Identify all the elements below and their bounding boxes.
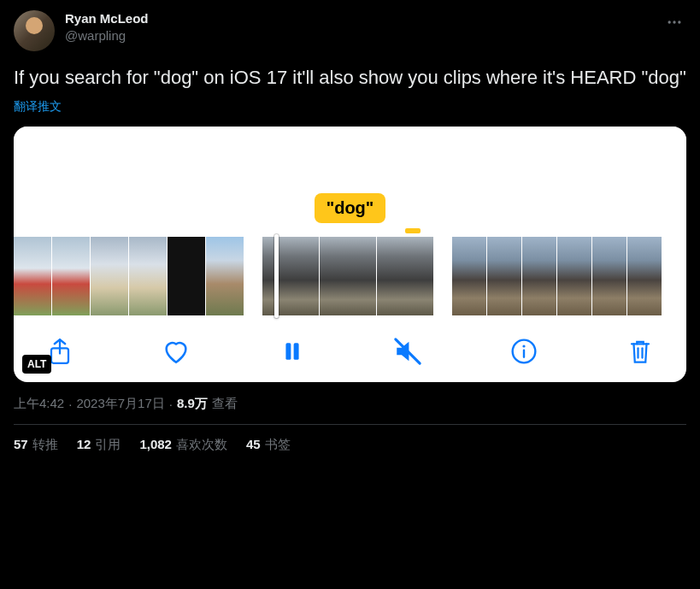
clip-thumbnail <box>377 237 433 315</box>
media-padding <box>14 127 686 193</box>
tweet-time[interactable]: 上午4:42 <box>14 396 64 412</box>
clip-thumbnail <box>168 237 205 315</box>
tweet-date[interactable]: 2023年7月17日 <box>76 396 164 412</box>
user-name-block[interactable]: Ryan McLeod @warpling <box>65 10 149 44</box>
pause-icon[interactable] <box>275 334 309 368</box>
avatar[interactable] <box>14 10 55 51</box>
clip-thumbnail <box>129 237 167 315</box>
tweet-meta: 上午4:42 · 2023年7月17日 · 8.9万 查看 <box>14 396 686 412</box>
divider <box>14 424 686 425</box>
clip-thumbnail <box>487 237 521 315</box>
tweet-text: If you search for "dog" on iOS 17 it'll … <box>14 65 686 91</box>
quotes-stat[interactable]: 12 引用 <box>77 437 121 453</box>
quotes-count: 12 <box>77 437 91 453</box>
clip-thumbnail <box>452 237 486 315</box>
clip-thumbnail <box>592 237 626 315</box>
dot: · <box>68 397 72 411</box>
info-icon[interactable] <box>507 334 541 368</box>
mute-icon[interactable] <box>391 334 425 368</box>
retweets-stat[interactable]: 57 转推 <box>14 437 58 453</box>
clip-thumbnail <box>52 237 90 315</box>
caption-bubble: "dog" <box>315 193 386 223</box>
clip-thumbnail <box>206 237 244 315</box>
bookmarks-count: 45 <box>246 437 261 453</box>
clip-thumbnail <box>262 237 319 315</box>
tweet-stats: 57 转推 12 引用 1,082 喜欢次数 45 书签 <box>14 437 686 453</box>
svg-point-1 <box>673 21 675 23</box>
svg-rect-4 <box>285 343 291 360</box>
bookmarks-label: 书签 <box>265 437 291 453</box>
media-toolbar <box>14 315 686 377</box>
clip-thumbnail <box>91 237 128 315</box>
clip-thumbnail <box>320 237 376 315</box>
svg-rect-5 <box>293 343 298 360</box>
translate-link[interactable]: 翻译推文 <box>14 99 62 115</box>
quotes-label: 引用 <box>95 437 121 453</box>
retweets-count: 57 <box>14 437 28 453</box>
more-icon[interactable] <box>662 10 686 34</box>
dot: · <box>169 397 173 411</box>
heart-icon[interactable] <box>159 334 193 368</box>
likes-stat[interactable]: 1,082 喜欢次数 <box>139 437 227 453</box>
svg-point-8 <box>523 345 526 347</box>
alt-badge[interactable]: ALT <box>22 355 51 374</box>
trash-icon[interactable] <box>623 334 657 368</box>
retweets-label: 转推 <box>32 437 58 453</box>
tweet-header: Ryan McLeod @warpling <box>14 10 686 51</box>
tweet-container: Ryan McLeod @warpling If you search for … <box>0 0 700 463</box>
playhead[interactable] <box>274 234 279 318</box>
clip-group-2[interactable] <box>262 237 433 315</box>
timeline-marker <box>405 228 421 233</box>
timeline-marker-row <box>14 228 686 237</box>
caption-bubble-row: "dog" <box>14 193 686 223</box>
video-thumbnail-row[interactable] <box>14 237 686 315</box>
svg-point-0 <box>668 21 671 23</box>
user-handle: @warpling <box>65 27 149 44</box>
media-card[interactable]: "dog" <box>14 127 686 382</box>
views-label: 查看 <box>212 396 238 412</box>
likes-count: 1,082 <box>139 437 172 453</box>
bookmarks-stat[interactable]: 45 书签 <box>246 437 291 453</box>
svg-point-2 <box>678 21 680 23</box>
clip-thumbnail <box>522 237 556 315</box>
views-count: 8.9万 <box>177 396 208 412</box>
display-name: Ryan McLeod <box>65 10 149 27</box>
clip-thumbnail <box>627 237 662 315</box>
clip-group-3[interactable] <box>452 237 662 315</box>
clip-group-1[interactable] <box>14 237 244 315</box>
clip-thumbnail <box>557 237 591 315</box>
likes-label: 喜欢次数 <box>176 437 227 453</box>
clip-thumbnail <box>14 237 51 315</box>
